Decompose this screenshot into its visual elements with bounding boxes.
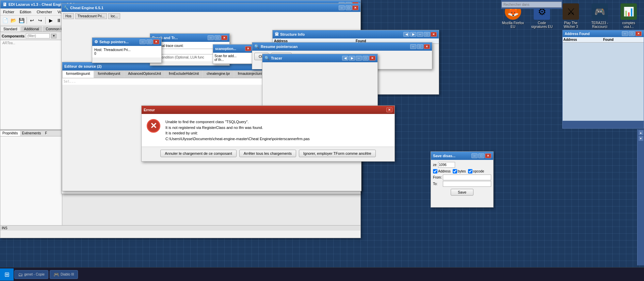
palette-tab-standard[interactable]: Standard bbox=[0, 26, 20, 32]
ce-loc-btn[interactable]: loc... bbox=[108, 13, 120, 19]
scan-titlebar[interactable]: scanoption... ✕ bbox=[213, 45, 253, 53]
source-tab-advancedoptions[interactable]: AdvancedOptionsUnit bbox=[124, 70, 165, 78]
save-title: Save disas... bbox=[433, 154, 455, 158]
error-titlebar[interactable]: Erreur ✕ bbox=[142, 106, 395, 114]
error-close-btn[interactable]: ✕ bbox=[386, 108, 392, 112]
setup-ptr-row1: Host: Threadcount Pri... bbox=[94, 48, 159, 52]
tracer-nav-back[interactable]: ◀ bbox=[342, 56, 348, 61]
bt-minimize[interactable]: ─ bbox=[208, 35, 214, 40]
ce-maximize-btn[interactable]: □ bbox=[345, 5, 352, 10]
menu-chercher[interactable]: Chercher bbox=[34, 9, 55, 15]
address-found-title: Address Found bbox=[565, 32, 590, 36]
struct-titlebar[interactable]: 🏛 Structure Info ◀ ▶ ─ □ ✕ bbox=[273, 30, 439, 38]
components-dropdown-btn[interactable]: ▼ bbox=[51, 34, 57, 38]
sp-maximize[interactable]: □ bbox=[146, 39, 152, 44]
source-tab-frmexclude[interactable]: frmExcludeHideUnit bbox=[165, 70, 203, 78]
tb-run[interactable]: ▶ bbox=[47, 17, 54, 24]
ce-hostscan-btn[interactable]: Hos bbox=[63, 13, 74, 19]
save-maximize[interactable]: □ bbox=[478, 153, 484, 158]
tb-open[interactable]: 📂 bbox=[10, 17, 17, 24]
ce-titlebar[interactable]: 🔧 Cheat Engine 6.5.1 ─ □ ✕ bbox=[62, 4, 360, 12]
save-size-input[interactable] bbox=[438, 162, 455, 168]
save-close[interactable]: ✕ bbox=[485, 153, 491, 158]
source-tab-formsettings[interactable]: formsettingsunit bbox=[62, 70, 94, 78]
struct-minimize[interactable]: ─ bbox=[417, 32, 423, 37]
save-controls: ─ □ ✕ bbox=[471, 153, 491, 158]
tb-undo[interactable]: ↩ bbox=[28, 17, 36, 24]
tracer-icon: 🔍 bbox=[264, 56, 270, 61]
save-save-button[interactable]: Save bbox=[451, 189, 473, 196]
search-input[interactable] bbox=[502, 2, 562, 7]
struct-close[interactable]: ✕ bbox=[431, 32, 437, 37]
scan-close[interactable]: ✕ bbox=[245, 46, 251, 51]
tracer-close[interactable]: ✕ bbox=[369, 56, 375, 61]
palette-tab-additional[interactable]: Additional bbox=[21, 26, 42, 32]
inspector-tab-f[interactable]: F bbox=[43, 131, 49, 136]
bt-maximize[interactable]: □ bbox=[214, 35, 221, 40]
error-line1: Unable to find the component class "TSQL… bbox=[165, 119, 389, 125]
menu-edition[interactable]: Edition bbox=[17, 9, 34, 15]
resume-maximize[interactable]: □ bbox=[417, 44, 423, 49]
save-titlebar[interactable]: Save disas... ─ □ ✕ bbox=[431, 152, 493, 160]
tracer-minimize[interactable]: ─ bbox=[356, 56, 362, 61]
ce-threadscan-btn[interactable]: Threadcount Pri... bbox=[75, 13, 107, 19]
struct-maximize[interactable]: □ bbox=[424, 32, 430, 37]
desktop-icon-tera[interactable]: 🎮 TERA223 - Raccourci bbox=[586, 2, 613, 30]
tb-sep1 bbox=[27, 17, 27, 24]
save-to-row: To: bbox=[433, 181, 491, 187]
save-bytes-checkbox[interactable] bbox=[453, 169, 457, 173]
save-address-checkbox[interactable] bbox=[433, 169, 437, 173]
scan-options-window: scanoption... ✕ Scan for add... of th... bbox=[213, 44, 254, 64]
taskbar-genet-label: genet - Copie bbox=[24, 272, 45, 276]
source-tab-cheatengine[interactable]: cheatengine.lpr bbox=[203, 70, 234, 78]
save-from-input[interactable] bbox=[443, 175, 491, 180]
struct-controls: ◀ ▶ ─ □ ✕ bbox=[403, 32, 437, 37]
save-to-input[interactable] bbox=[443, 181, 491, 187]
error-btn-annuler[interactable]: Annuler le chargement de ce composant bbox=[160, 150, 237, 157]
tracer-nav-fwd[interactable]: ▶ bbox=[349, 56, 355, 61]
struct-nav-back[interactable]: ◀ bbox=[403, 32, 409, 37]
inspector-tab-events[interactable]: Evénements bbox=[20, 131, 43, 136]
ce-minimize-btn[interactable]: ─ bbox=[339, 5, 345, 10]
tb-save[interactable]: 💾 bbox=[18, 17, 25, 24]
sp-minimize[interactable]: ─ bbox=[140, 39, 146, 44]
resume-titlebar[interactable]: 🔍 Resume pointerscan ─ □ ✕ bbox=[252, 43, 432, 51]
inspector-tab-props[interactable]: Propriétés bbox=[0, 131, 20, 136]
break-trace-titlebar[interactable]: Break and Tr... ─ □ ✕ bbox=[150, 34, 229, 42]
tb-new[interactable]: 📄 bbox=[1, 17, 9, 24]
components-filter-input[interactable] bbox=[26, 33, 50, 38]
af-maximize-btn[interactable]: □ bbox=[629, 31, 635, 36]
error-btn-arreter[interactable]: Arrêter tous les chargements bbox=[239, 150, 296, 157]
sp-close[interactable]: ✕ bbox=[153, 39, 159, 44]
source-tab-frmautoinject[interactable]: frmautoinjectunit bbox=[234, 70, 267, 78]
scan-of-the: of th... bbox=[214, 58, 252, 62]
menu-fichier[interactable]: Fichier bbox=[0, 9, 17, 15]
desktop-icon-comptes[interactable]: 📊 comptes usa.t... bbox=[615, 2, 642, 30]
af-close-btn[interactable]: ✕ bbox=[635, 31, 642, 36]
right-scroll-up[interactable]: ▲ bbox=[639, 130, 643, 135]
struct-nav-fwd[interactable]: ▶ bbox=[410, 32, 416, 37]
taskbar-item-genet[interactable]: 🗂 genet - Copie bbox=[14, 270, 48, 279]
ce-close-btn[interactable]: ✕ bbox=[352, 5, 358, 10]
tracer-titlebar[interactable]: 🔍 Tracer ◀ ▶ ─ □ ✕ bbox=[262, 54, 377, 62]
address-found-titlebar: Address Found ─ □ ✕ bbox=[563, 30, 644, 37]
save-opcode-checkbox[interactable] bbox=[468, 169, 472, 173]
struct-icon: 🏛 bbox=[275, 32, 279, 37]
bt-close[interactable]: ✕ bbox=[221, 35, 227, 40]
start-button[interactable]: ⊞ bbox=[0, 268, 14, 281]
setup-ptr-titlebar[interactable]: ⚙ Setup pointers... ─ □ ✕ bbox=[92, 38, 161, 46]
af-minimize-btn[interactable]: ─ bbox=[622, 31, 628, 36]
source-tab-formhotkey[interactable]: formhotkeyunit bbox=[94, 70, 124, 78]
tracer-title: Tracer bbox=[271, 56, 282, 60]
taskbar-item-diablo[interactable]: 🎮 Diablo III bbox=[50, 270, 78, 279]
inspector-tabs: Propriétés Evénements F bbox=[0, 131, 62, 136]
right-scroll-down[interactable]: ▼ bbox=[639, 136, 643, 141]
save-minimize[interactable]: ─ bbox=[471, 153, 478, 158]
error-btn-ignorer[interactable]: Ignorer, employer TForm comme ancêtre bbox=[299, 150, 376, 157]
right-strip: ▲ ▼ bbox=[637, 129, 644, 265]
resume-close[interactable]: ✕ bbox=[424, 44, 430, 49]
tb-redo[interactable]: ↪ bbox=[36, 17, 44, 24]
tracer-maximize[interactable]: □ bbox=[363, 56, 369, 61]
resume-minimize[interactable]: ─ bbox=[410, 44, 416, 49]
edi-statusbar: INS bbox=[0, 225, 360, 231]
